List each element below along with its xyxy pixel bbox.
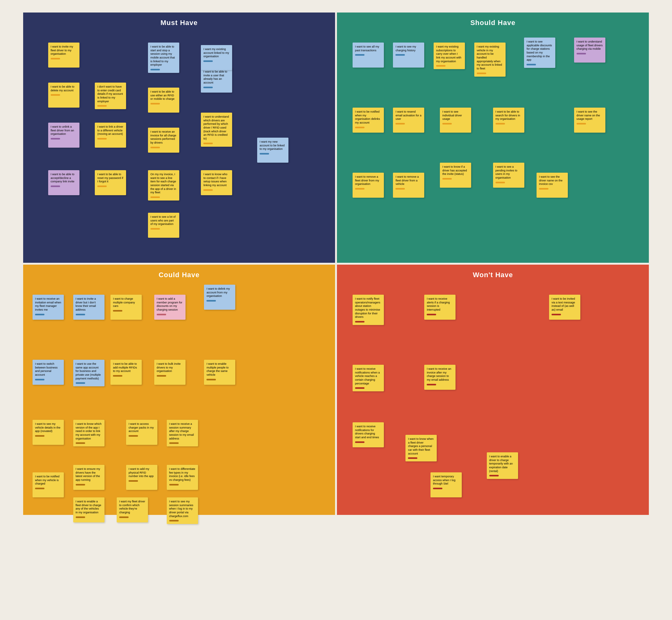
sticky-c14[interactable]: I want to receive a session summary afte… — [167, 420, 198, 447]
sticky-c1[interactable]: I want to receive an invitation email wh… — [33, 295, 64, 320]
sticky-m3[interactable]: I want to unlink a fleet driver from an … — [48, 122, 80, 148]
sticky-text-c12: I want to know which version of the app … — [76, 422, 102, 441]
sticky-m10[interactable]: I want to receive an invoice for all cha… — [148, 127, 179, 153]
sticky-m9[interactable]: I want to be able to use either an RFID … — [148, 88, 179, 113]
sticky-text-w1: I want to notify fleet operators/manager… — [355, 297, 381, 319]
sticky-w1[interactable]: I want to notify fleet operators/manager… — [353, 295, 384, 325]
sticky-bar-c3 — [113, 310, 122, 312]
sticky-text-s5: I want to see applicable discounts for c… — [526, 40, 553, 62]
sticky-c13[interactable]: I want to access charger packs in my acc… — [126, 420, 157, 445]
sticky-w4[interactable]: I want to receive notifications when a v… — [353, 365, 384, 391]
sticky-c8[interactable]: I want to be able to add multiple RFIDs … — [110, 360, 142, 385]
sticky-m7[interactable]: I want to be able to reset my password i… — [95, 170, 126, 195]
sticky-s1[interactable]: I want to see all my past transactions — [353, 43, 384, 67]
sticky-w8[interactable]: I want to enable a driver to charge temp… — [487, 452, 518, 479]
sticky-s16[interactable]: I want to see the driver name on the inv… — [536, 173, 568, 198]
sticky-bar-c16 — [76, 484, 85, 485]
sticky-c9[interactable]: I want to bulk invite drivers to my orga… — [154, 360, 186, 385]
sticky-s14[interactable]: I want to know if a driver has accepted … — [440, 163, 471, 188]
sticky-c2[interactable]: I want to invite a driver but I don't kn… — [73, 295, 104, 320]
sticky-text-m11: On my my invoice, I want to see a line i… — [151, 173, 177, 195]
sticky-bar-m12 — [151, 228, 160, 229]
sticky-m16[interactable]: I want my existing account linked to my … — [201, 45, 232, 70]
sticky-text-m7: I want to be able to reset my password i… — [97, 173, 123, 184]
sticky-m13[interactable]: I want to be able to invite a user that … — [201, 67, 232, 93]
sticky-text-m13: I want to be able to invite a user that … — [203, 70, 229, 85]
sticky-w7[interactable]: I want to know when a fleet driver charg… — [406, 435, 437, 461]
sticky-bar-c5 — [206, 300, 216, 302]
sticky-bar-m5 — [97, 105, 107, 107]
sticky-bar-m4 — [51, 186, 60, 187]
sticky-c5[interactable]: I want to delink my account from my orga… — [204, 285, 235, 310]
sticky-w5[interactable]: I want to receive an invoice after my ch… — [424, 365, 456, 390]
sticky-text-m17: I want my new account to be linked to my… — [260, 140, 286, 151]
sticky-w2[interactable]: I want to receive alerts if a charging s… — [424, 295, 456, 320]
sticky-s2[interactable]: I want to see my charging history — [393, 43, 424, 67]
sticky-s5[interactable]: I want to see applicable discounts for c… — [524, 38, 555, 68]
sticky-m11[interactable]: On my my invoice, I want to see a line i… — [148, 170, 179, 201]
sticky-c15[interactable]: I want to be notified when my vehicle is… — [33, 472, 64, 498]
sticky-text-c17: I want to add my physical RFID number in… — [128, 467, 155, 478]
sticky-s13[interactable]: I want to remove a fleet driver from a v… — [393, 173, 424, 198]
sticky-c19[interactable]: I want to enable a fleet driver to charg… — [73, 498, 104, 522]
sticky-text-w7: I want to know when a fleet driver charg… — [408, 437, 434, 456]
sticky-c4[interactable]: I want to add a member program for disco… — [154, 295, 186, 320]
sticky-c10[interactable]: I want to enable multiple people to char… — [204, 360, 235, 385]
sticky-text-s12: I want to remove a fleet driver from my … — [355, 175, 381, 186]
sticky-s3[interactable]: I want my existing subscriptions to carr… — [433, 43, 465, 69]
sticky-bar-m16 — [203, 60, 213, 62]
sticky-text-c10: I want to enable multiple people to char… — [206, 362, 233, 377]
sticky-text-c6: I want to switch between business and pe… — [35, 362, 61, 377]
title-should-have: Should Have — [343, 19, 642, 27]
title-could-have: Could Have — [30, 271, 329, 279]
sticky-text-c15: I want to be notified when my vehicle is… — [35, 475, 61, 486]
sticky-bar-w7 — [408, 457, 417, 459]
quadrant-wont-have: Won't HaveI want to notify fleet operato… — [337, 265, 649, 515]
sticky-bar-s7 — [355, 127, 364, 128]
sticky-s8[interactable]: I want to resend email activation for a … — [393, 108, 424, 133]
sticky-bar-s14 — [443, 178, 452, 179]
sticky-bar-s8 — [396, 123, 405, 124]
sticky-bar-w3 — [552, 314, 561, 315]
sticky-m4[interactable]: I want to be able to accept/decline a co… — [48, 170, 80, 195]
sticky-c17[interactable]: I want to add my physical RFID number in… — [126, 465, 157, 490]
sticky-s6[interactable]: I want to understand usage of fleet driv… — [574, 38, 605, 62]
sticky-c12[interactable]: I want to know which version of the app … — [73, 420, 104, 447]
sticky-c6[interactable]: I want to switch between business and pe… — [33, 360, 64, 385]
sticky-w6[interactable]: I want to receive notifications for driv… — [353, 422, 384, 447]
quadrant-should-have: Should HaveI want to see all my past tra… — [337, 12, 649, 263]
sticky-bar-c9 — [157, 375, 166, 377]
sticky-text-c7: I want to use the same app account for b… — [76, 362, 102, 380]
sticky-m6[interactable]: I want to link a driver to a different v… — [95, 122, 126, 148]
sticky-w3[interactable]: I want to be invited via a text message … — [549, 295, 580, 320]
sticky-bar-s13 — [396, 188, 405, 190]
sticky-m2[interactable]: I want to be able to delete my account — [48, 83, 80, 108]
sticky-s10[interactable]: I want to be able to search for drivers … — [493, 108, 524, 133]
sticky-c11[interactable]: I want to see my vehicle details in the … — [33, 420, 64, 445]
sticky-m5[interactable]: I don't want to have to enter credit car… — [95, 83, 126, 109]
sticky-s4[interactable]: I want my existing vehicle in my account… — [474, 43, 506, 76]
sticky-w9[interactable]: I want temporary access when I log throu… — [430, 472, 462, 498]
sticky-text-m10: I want to receive an invoice for all cha… — [151, 130, 177, 145]
sticky-m8[interactable]: I want to be able to start and stop a se… — [148, 43, 179, 73]
sticky-m17[interactable]: I want my new account to be linked to my… — [257, 138, 289, 163]
sticky-m14[interactable]: I want to understand which drivers are p… — [201, 113, 232, 147]
sticky-m1[interactable]: I want to invite my fleet driver to my o… — [48, 43, 80, 67]
sticky-c21[interactable]: I want to see my session summaries when … — [167, 498, 198, 524]
sticky-text-c18: I want to differentiate fee types in my … — [169, 467, 196, 482]
sticky-s9[interactable]: I want to see individual driver usage — [440, 108, 471, 133]
sticky-bar-w6 — [355, 442, 364, 443]
sticky-c20[interactable]: I want my fleet driver to confirm which … — [117, 498, 148, 522]
sticky-m15[interactable]: I want to know who to contact if I have … — [201, 170, 232, 195]
sticky-m12[interactable]: I want to see a lot of users who are par… — [148, 213, 179, 238]
sticky-s12[interactable]: I want to remove a fleet driver from my … — [353, 173, 384, 198]
sticky-c7[interactable]: I want to use the same app account for b… — [73, 360, 104, 386]
sticky-c3[interactable]: I want to charge multiple company cars — [110, 295, 142, 320]
sticky-s7[interactable]: I want to be notified when my organisati… — [353, 108, 384, 133]
sticky-c16[interactable]: I want to ensure my drivers have the lat… — [73, 465, 104, 490]
sticky-s15[interactable]: I want to see a pending invites to users… — [493, 163, 524, 188]
sticky-c18[interactable]: I want to differentiate fee types in my … — [167, 465, 198, 490]
sticky-bar-s16 — [539, 188, 549, 190]
sticky-text-s6: I want to understand usage of fleet driv… — [577, 40, 603, 51]
sticky-s11[interactable]: I want to see the driver name on the usa… — [574, 108, 605, 133]
